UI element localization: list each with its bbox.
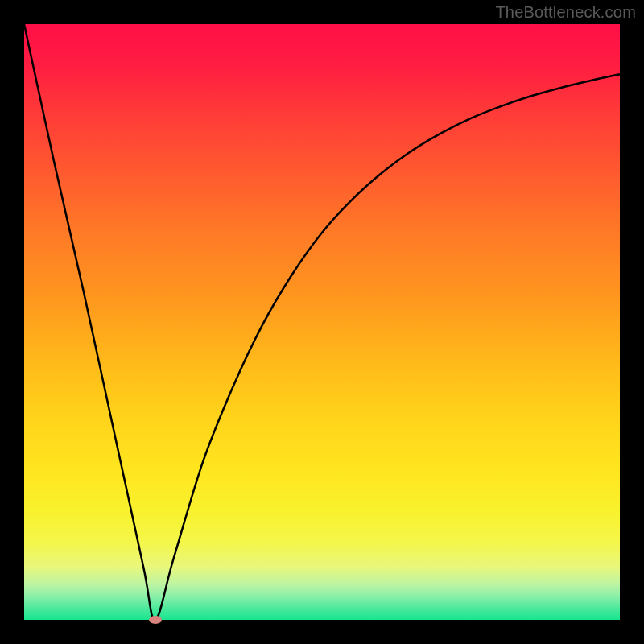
minimum-marker [149, 616, 162, 624]
plot-area [24, 24, 620, 620]
watermark-text: TheBottleneck.com [495, 3, 636, 22]
chart-frame: TheBottleneck.com [0, 0, 644, 644]
bottleneck-curve [24, 24, 620, 620]
curve-svg [24, 24, 620, 620]
